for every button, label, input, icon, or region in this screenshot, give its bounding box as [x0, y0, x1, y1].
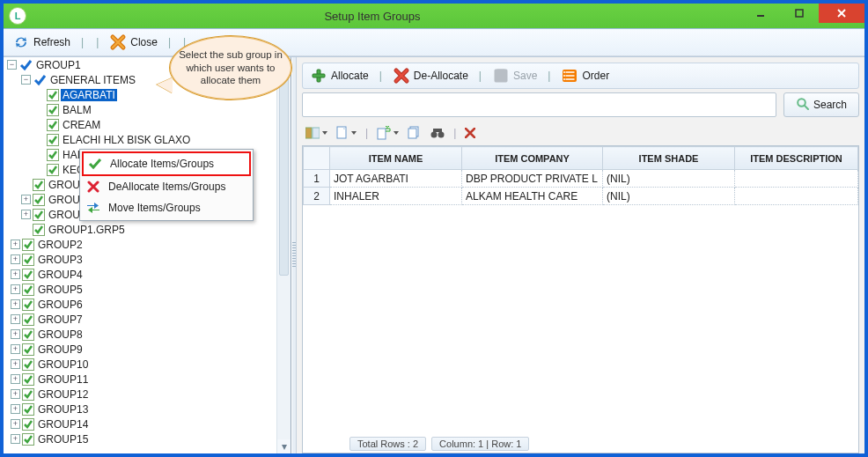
- expand-icon[interactable]: +: [11, 404, 20, 414]
- expand-icon[interactable]: +: [21, 210, 31, 219]
- cell-item-desc[interactable]: [735, 170, 858, 188]
- multi-page-button[interactable]: [408, 126, 422, 140]
- close-window-button[interactable]: [819, 4, 864, 23]
- scroll-track[interactable]: [277, 71, 291, 439]
- expand-icon[interactable]: +: [11, 240, 20, 249]
- expand-icon[interactable]: +: [11, 269, 20, 279]
- order-button[interactable]: Order: [557, 65, 613, 86]
- expand-icon[interactable]: +: [11, 359, 20, 369]
- tree-node-group4[interactable]: +GROUP4: [11, 267, 276, 282]
- tree-node-group12[interactable]: +GROUP12: [11, 387, 276, 402]
- checkbox-icon[interactable]: [47, 119, 59, 131]
- cell-item-name[interactable]: JOT AGARBATI: [330, 170, 462, 188]
- scroll-thumb[interactable]: [279, 73, 289, 276]
- collapse-icon[interactable]: −: [21, 75, 31, 85]
- expand-icon[interactable]: +: [11, 299, 20, 309]
- views-button[interactable]: [305, 127, 327, 139]
- menu-allocate-items[interactable]: Allocate Items/Groups: [82, 151, 251, 176]
- close-button[interactable]: Close: [106, 32, 161, 53]
- table-row[interactable]: 1JOT AGARBATIDBP PRODUCT PRIVATE L(NIL): [304, 170, 858, 188]
- expand-icon[interactable]: +: [21, 195, 31, 204]
- expand-icon[interactable]: +: [11, 344, 20, 354]
- menu-deallocate-items[interactable]: DeAllocate Items/Groups: [82, 176, 251, 197]
- checkbox-icon[interactable]: [22, 358, 34, 371]
- tree-node-balm[interactable]: BALM: [35, 102, 276, 117]
- maximize-button[interactable]: [780, 4, 819, 23]
- tree-scroll[interactable]: − GROUP1 − GENERAL ITEMS: [4, 57, 276, 453]
- checkbox-icon[interactable]: [22, 418, 34, 431]
- tree-node-group6[interactable]: +GROUP6: [11, 297, 276, 312]
- cell-item-shade[interactable]: (NIL): [603, 170, 735, 188]
- tree-node-group2[interactable]: +GROUP2: [11, 237, 276, 252]
- checkbox-icon[interactable]: [22, 388, 34, 401]
- cell-item-company[interactable]: ALKAM HEALTH CARE: [462, 188, 603, 205]
- tree-node-group9[interactable]: +GROUP9: [11, 342, 276, 357]
- cell-item-shade[interactable]: (NIL): [603, 188, 735, 205]
- tree-node-cream[interactable]: CREAM: [35, 117, 276, 132]
- checkbox-icon[interactable]: [22, 254, 34, 266]
- collapse-icon[interactable]: −: [7, 60, 17, 70]
- checkbox-icon[interactable]: [22, 313, 34, 326]
- menu-move-items[interactable]: Move Items/Groups: [82, 197, 251, 218]
- tree-node-group5[interactable]: +GROUP5: [11, 282, 276, 297]
- expand-icon[interactable]: +: [11, 374, 20, 384]
- checkbox-icon[interactable]: [47, 104, 59, 116]
- tree-node-group15[interactable]: +GROUP15: [11, 431, 276, 446]
- tree-node-group10[interactable]: +GROUP10: [11, 357, 276, 372]
- export-button[interactable]: [377, 126, 399, 140]
- tree-node-group13[interactable]: +GROUP13: [11, 402, 276, 416]
- expand-icon[interactable]: +: [11, 284, 20, 294]
- tree-node-group1-grp5[interactable]: GROUP1.GRP5: [21, 222, 276, 237]
- find-button[interactable]: [430, 127, 445, 139]
- checkbox-icon[interactable]: [22, 403, 34, 416]
- checkbox-icon[interactable]: [33, 224, 45, 236]
- checkbox-icon[interactable]: [22, 328, 34, 341]
- cell-item-company[interactable]: DBP PRODUCT PRIVATE L: [462, 170, 603, 188]
- checkbox-icon[interactable]: [47, 164, 59, 176]
- search-button[interactable]: Search: [783, 92, 859, 117]
- grid-header-name[interactable]: ITEM NAME: [330, 147, 462, 170]
- grid-header-rownum[interactable]: [304, 147, 330, 170]
- checkbox-icon[interactable]: [33, 194, 45, 206]
- tree-node-group14[interactable]: +GROUP14: [11, 416, 276, 431]
- grid-header-company[interactable]: ITEM COMPANY: [462, 147, 603, 170]
- toolbar-separator: |: [81, 36, 84, 48]
- checkbox-icon[interactable]: [33, 179, 45, 191]
- minimize-button[interactable]: [741, 4, 780, 23]
- expand-icon[interactable]: +: [11, 254, 20, 264]
- checkbox-icon[interactable]: [22, 284, 34, 296]
- cell-item-desc[interactable]: [735, 188, 858, 205]
- checkbox-icon[interactable]: [47, 134, 59, 146]
- expand-icon[interactable]: +: [11, 434, 20, 444]
- checkbox-icon[interactable]: [47, 89, 59, 101]
- checkbox-icon[interactable]: [22, 239, 34, 251]
- checkbox-icon[interactable]: [22, 299, 34, 311]
- checkbox-icon[interactable]: [33, 209, 45, 221]
- expand-icon[interactable]: +: [11, 329, 20, 339]
- tree-scrollbar[interactable]: ▴ ▾: [276, 57, 291, 453]
- copy-button[interactable]: [336, 126, 357, 140]
- expand-icon[interactable]: +: [11, 419, 20, 429]
- checkbox-icon[interactable]: [22, 269, 34, 281]
- tree-node-group8[interactable]: +GROUP8: [11, 327, 276, 342]
- checkbox-icon[interactable]: [22, 343, 34, 356]
- expand-icon[interactable]: +: [11, 314, 20, 324]
- scroll-down-icon[interactable]: ▾: [277, 439, 291, 453]
- table-row[interactable]: 2INHALERALKAM HEALTH CARE(NIL): [304, 188, 858, 205]
- checkbox-icon[interactable]: [22, 433, 34, 446]
- expand-icon[interactable]: +: [11, 389, 20, 399]
- tree-node-elachi[interactable]: ELACHI HLX BISK GLAXO: [35, 132, 276, 147]
- grid-header-shade[interactable]: ITEM SHADE: [603, 147, 735, 170]
- tree-node-group3[interactable]: +GROUP3: [11, 252, 276, 267]
- checkbox-icon[interactable]: [47, 149, 59, 161]
- grid-header-desc[interactable]: ITEM DESCRIPTION: [735, 147, 858, 170]
- refresh-button[interactable]: Refresh: [9, 32, 74, 53]
- cell-item-name[interactable]: INHALER: [330, 188, 462, 205]
- deallocate-button[interactable]: De-Allocate: [389, 65, 472, 86]
- tree-node-group7[interactable]: +GROUP7: [11, 312, 276, 327]
- tree-node-group11[interactable]: +GROUP11: [11, 372, 276, 387]
- checkbox-icon[interactable]: [22, 373, 34, 386]
- allocate-button[interactable]: Allocate: [306, 65, 372, 86]
- search-input[interactable]: [302, 92, 776, 117]
- delete-button[interactable]: [465, 128, 475, 138]
